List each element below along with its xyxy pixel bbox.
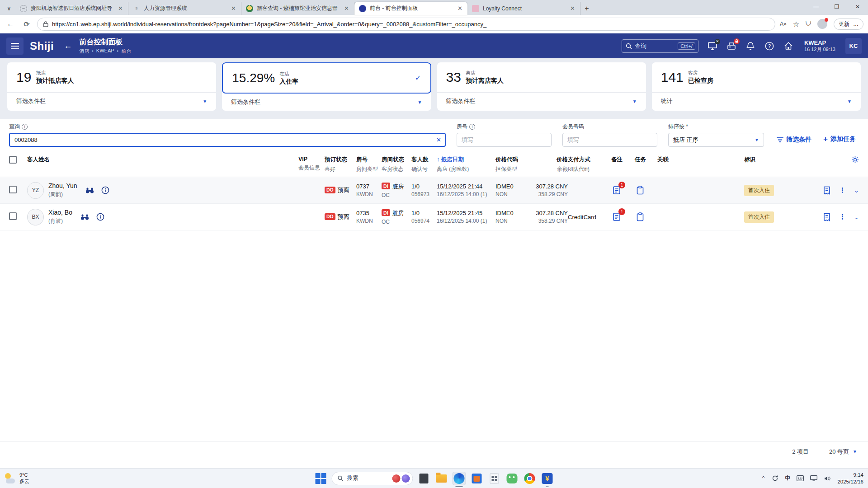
row-checkbox[interactable] bbox=[9, 212, 17, 220]
tab-close-icon[interactable]: ✕ bbox=[456, 5, 464, 12]
workstation-icon[interactable]: ✕ bbox=[708, 41, 717, 51]
favorite-star-icon[interactable]: ☆ bbox=[793, 20, 799, 28]
col-arrival-sorted[interactable]: ↑ 抵店日期 bbox=[437, 156, 495, 164]
tasks-clipboard-icon[interactable] bbox=[635, 185, 646, 196]
close-button[interactable]: ✕ bbox=[847, 0, 868, 14]
ime-language-indicator[interactable]: 中 bbox=[785, 474, 790, 482]
start-button[interactable] bbox=[314, 472, 328, 485]
clear-query-icon[interactable]: ✕ bbox=[436, 136, 441, 143]
cashier-icon[interactable] bbox=[726, 41, 736, 51]
store-app-icon[interactable] bbox=[470, 472, 484, 485]
tab-close-icon[interactable]: ✕ bbox=[230, 5, 237, 12]
card-filter-bar[interactable]: 筛选条件栏 ▼ bbox=[437, 93, 646, 110]
browser-tab-1[interactable]: 贵阳机场智选假日酒店系统网址导 ✕ bbox=[15, 2, 128, 15]
card-stats-bar[interactable]: 统计 ▼ bbox=[652, 93, 861, 110]
browser-tab-3[interactable]: 旅客查询 - 紫楠旅馆业治安信息管 ✕ bbox=[241, 2, 354, 15]
refresh-icon[interactable]: ⟳ bbox=[21, 18, 33, 30]
member-input[interactable] bbox=[562, 133, 657, 147]
url-field[interactable] bbox=[37, 18, 775, 31]
info-icon[interactable] bbox=[101, 186, 109, 194]
registration-card-icon[interactable] bbox=[823, 213, 831, 221]
breadcrumb-property[interactable]: KWEAP bbox=[96, 48, 114, 55]
maximize-button[interactable]: ❐ bbox=[826, 0, 847, 14]
gear-icon[interactable] bbox=[851, 156, 859, 164]
taskbar-clock[interactable]: 9:14 2025/12/16 bbox=[837, 472, 863, 485]
reservation-row-2[interactable]: BX Xiao, Bo (肖波) DO预离 0735KWDN DI脏房OC 1/… bbox=[0, 204, 868, 230]
col-reservation-status[interactable]: 预订状态 bbox=[325, 156, 356, 164]
sync-icon[interactable] bbox=[772, 475, 778, 482]
collections-icon[interactable]: ⛉ bbox=[806, 20, 811, 28]
card-filter-bar[interactable]: 筛选条件栏 ▼ bbox=[7, 93, 216, 110]
more-menu-icon[interactable]: … bbox=[853, 21, 859, 27]
chrome-icon[interactable] bbox=[523, 472, 537, 485]
card-filter-bar[interactable]: 筛选条件栏 ▼ bbox=[222, 94, 431, 111]
sort-select[interactable]: 抵店 正序 ▼ bbox=[668, 133, 764, 147]
browser-tab-4-active[interactable]: 前台 - 前台控制面板 ✕ bbox=[354, 2, 467, 15]
taskbar-weather[interactable]: 9°C多云 bbox=[5, 472, 29, 485]
tab-close-icon[interactable]: ✕ bbox=[117, 5, 124, 12]
file-explorer-icon[interactable] bbox=[435, 472, 448, 485]
binoculars-icon[interactable] bbox=[85, 187, 94, 194]
info-icon[interactable] bbox=[96, 213, 104, 221]
card-occupancy-stat-selected[interactable]: 15.29% 在店入住率 ✓ bbox=[222, 62, 431, 94]
notes-icon[interactable]: 1 bbox=[611, 211, 622, 222]
notes-icon[interactable]: 1 bbox=[611, 185, 622, 196]
browser-profile-avatar[interactable] bbox=[817, 19, 827, 29]
row-more-menu-icon[interactable]: ⋮ bbox=[839, 213, 846, 221]
col-room[interactable]: 房号 bbox=[356, 156, 382, 164]
breadcrumb-frontdesk[interactable]: 前台 bbox=[121, 48, 131, 55]
tray-expand-icon[interactable]: ⌃ bbox=[761, 475, 765, 482]
col-notes[interactable]: 备注 bbox=[611, 156, 635, 164]
select-all-checkbox[interactable] bbox=[9, 156, 17, 164]
tab-close-icon[interactable]: ✕ bbox=[569, 5, 576, 12]
row-expand-chevron-icon[interactable]: ⌄ bbox=[854, 187, 859, 194]
col-vip[interactable]: VIP bbox=[298, 156, 325, 162]
finance-app-icon[interactable]: ¥ bbox=[541, 472, 554, 485]
browser-tab-5[interactable]: Loyalty Connect ✕ bbox=[467, 2, 580, 15]
col-tasks[interactable]: 任务 bbox=[635, 156, 657, 164]
breadcrumb-hotel[interactable]: 酒店 bbox=[79, 48, 89, 55]
tab-search-button[interactable]: ∨ bbox=[3, 2, 15, 15]
registration-card-icon[interactable] bbox=[823, 186, 831, 195]
guest-name[interactable]: Zhou, Yun bbox=[48, 182, 77, 189]
user-avatar[interactable]: KC bbox=[845, 38, 862, 54]
tasks-clipboard-icon[interactable] bbox=[635, 211, 646, 222]
reservation-row-1[interactable]: YZ Zhou, Yun (周韵) DO预离 0737KWDN DI脏房OC 1… bbox=[0, 177, 868, 204]
filter-conditions-button[interactable]: 筛选条件 bbox=[777, 136, 811, 144]
ime-keyboard-icon[interactable] bbox=[797, 475, 804, 481]
room-input[interactable] bbox=[457, 133, 552, 147]
query-input[interactable] bbox=[9, 133, 446, 147]
row-expand-chevron-icon[interactable]: ⌄ bbox=[854, 214, 859, 221]
taskbar-app-dark[interactable] bbox=[417, 472, 431, 485]
col-tags[interactable]: 标识 bbox=[744, 156, 791, 164]
col-payment[interactable]: 支付方式 bbox=[568, 156, 611, 164]
col-guest-name[interactable]: 客人姓名 bbox=[27, 156, 298, 164]
col-guest-count[interactable]: 客人数 bbox=[411, 156, 437, 164]
back-arrow-icon[interactable]: ← bbox=[64, 41, 72, 51]
wechat-icon[interactable] bbox=[505, 472, 519, 485]
minimize-button[interactable]: — bbox=[806, 0, 826, 14]
back-icon[interactable]: ← bbox=[5, 18, 16, 30]
guest-name[interactable]: Xiao, Bo bbox=[48, 209, 72, 216]
row-checkbox[interactable] bbox=[9, 186, 17, 193]
card-departures-stat[interactable]: 33 离店预计离店客人 bbox=[437, 62, 646, 93]
card-inspected-stat[interactable]: 141 客房已检查房 bbox=[652, 62, 861, 93]
url-input[interactable] bbox=[52, 21, 769, 28]
notifications-bell-icon[interactable] bbox=[745, 41, 755, 51]
card-arrivals-stat[interactable]: 19 抵店预计抵店客人 bbox=[7, 62, 216, 93]
volume-icon[interactable] bbox=[824, 475, 831, 482]
add-task-button[interactable]: + 添加任务 bbox=[823, 135, 856, 144]
display-icon[interactable] bbox=[810, 475, 817, 481]
new-tab-button[interactable]: + bbox=[580, 2, 593, 15]
read-aloud-icon[interactable]: A» bbox=[780, 21, 787, 27]
help-icon[interactable]: ? bbox=[764, 41, 774, 51]
property-info[interactable]: KWEAP 16 12月 09:13 bbox=[804, 39, 835, 52]
row-more-menu-icon[interactable]: ⋮ bbox=[839, 186, 846, 194]
col-rate-code[interactable]: 价格代码 bbox=[495, 156, 528, 164]
calculator-app-icon[interactable] bbox=[488, 472, 501, 485]
taskbar-search[interactable]: 搜索 bbox=[332, 472, 413, 485]
browser-tab-2[interactable]: S 人力资源管理系统 ✕ bbox=[128, 2, 241, 15]
binoculars-icon[interactable] bbox=[80, 214, 89, 221]
browser-update-button[interactable]: 更新 … bbox=[834, 19, 863, 30]
col-links[interactable]: 关联 bbox=[657, 156, 677, 164]
